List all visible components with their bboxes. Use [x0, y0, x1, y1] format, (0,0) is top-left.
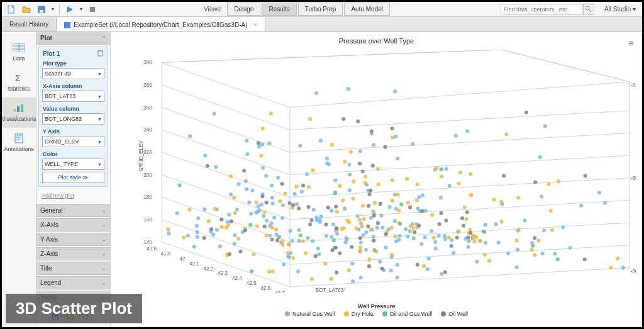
svg-point-150 — [314, 91, 318, 95]
nav-annotations[interactable]: Annotations — [2, 128, 36, 158]
section-legend[interactable]: Legend⌄ — [36, 276, 110, 289]
tab-exampleset[interactable]: ExampleSet (//Local Repository/Chart_Exa… — [57, 17, 265, 31]
svg-point-149 — [423, 235, 427, 239]
section-zaxis[interactable]: Z-Axis⌄ — [36, 247, 110, 260]
open-folder-icon[interactable] — [19, 3, 33, 16]
search-input[interactable] — [501, 4, 582, 15]
svg-line-37 — [162, 152, 290, 197]
plot-type-select[interactable]: Scatter 3D▼ — [42, 68, 104, 79]
svg-point-459 — [443, 270, 447, 274]
svg-point-189 — [343, 207, 347, 211]
value-select[interactable]: BOT_LONG83▼ — [42, 113, 104, 125]
svg-point-256 — [393, 219, 397, 223]
svg-point-254 — [347, 87, 350, 91]
legend-item[interactable]: Natural Gas Well — [285, 311, 335, 317]
stop-icon[interactable] — [86, 3, 99, 16]
svg-point-117 — [406, 235, 409, 238]
svg-point-86 — [235, 208, 239, 211]
svg-point-488 — [265, 201, 269, 204]
view-tab-results[interactable]: Results — [262, 3, 296, 16]
svg-point-494 — [366, 225, 370, 228]
run-dropdown-icon[interactable]: ▼ — [78, 7, 84, 11]
svg-point-444 — [420, 209, 424, 213]
save-icon[interactable] — [35, 3, 48, 16]
legend-item[interactable]: Oil Well — [441, 311, 468, 317]
studio-dropdown[interactable]: All Studio ▾ — [601, 4, 640, 14]
tab-result-history[interactable]: Result History — [2, 17, 57, 31]
svg-point-283 — [422, 264, 426, 268]
svg-point-340 — [373, 201, 377, 204]
svg-point-306 — [463, 206, 467, 209]
close-icon[interactable]: × — [253, 21, 257, 28]
section-title[interactable]: Title⌄ — [36, 262, 110, 275]
svg-point-107 — [267, 142, 271, 145]
svg-point-400 — [492, 198, 496, 202]
svg-point-119 — [229, 192, 233, 196]
svg-point-429 — [466, 235, 470, 239]
svg-point-121 — [379, 214, 383, 218]
top-toolbar: ▼ ▼ Views: Design Results Turbo Prep Aut… — [2, 2, 642, 17]
svg-point-328 — [530, 248, 534, 252]
nav-statistics[interactable]: Σ Statistics — [2, 67, 36, 98]
svg-point-462 — [356, 120, 360, 123]
expand-icon: ⌄ — [102, 237, 106, 242]
view-tab-automodel[interactable]: Auto Model — [344, 3, 390, 16]
add-plot-link[interactable]: Add new plot — [36, 189, 110, 203]
xaxis-select[interactable]: BOT_LAT83▼ — [42, 91, 104, 102]
yaxis-label: Y Axis — [40, 126, 106, 135]
svg-point-279 — [291, 256, 295, 260]
svg-point-100 — [260, 143, 264, 147]
svg-point-184 — [296, 269, 300, 273]
plot-style-button[interactable]: Plot style ≫ — [42, 172, 104, 183]
delete-plot-icon[interactable] — [97, 50, 104, 57]
view-tab-turboprep[interactable]: Turbo Prep — [298, 3, 343, 16]
svg-point-443 — [391, 126, 394, 130]
svg-point-450 — [383, 145, 387, 149]
nav-visualizations[interactable]: Visualizations — [2, 98, 36, 128]
save-dropdown-icon[interactable]: ▼ — [50, 7, 56, 11]
svg-point-248 — [424, 209, 428, 213]
svg-point-378 — [405, 177, 409, 181]
svg-point-277 — [557, 179, 560, 183]
dataset-icon — [64, 22, 70, 28]
nav-data[interactable]: Data — [2, 37, 36, 67]
svg-text:240: 240 — [143, 127, 152, 133]
svg-point-252 — [621, 266, 625, 270]
search-icon[interactable] — [583, 4, 594, 15]
section-general[interactable]: General⌄ — [36, 204, 110, 217]
svg-point-467 — [370, 130, 374, 133]
svg-text:42: 42 — [179, 256, 186, 262]
legend-item[interactable]: Oil and Gas Well — [382, 311, 432, 317]
legend-label: Oil and Gas Well — [390, 311, 432, 317]
chart-area: Pressure over Well Type ≡ — [111, 32, 642, 327]
svg-point-233 — [396, 157, 399, 160]
value-label: Value column — [40, 104, 106, 113]
plot-header[interactable]: Plot⌃ — [36, 32, 110, 45]
svg-point-320 — [364, 175, 367, 179]
run-icon[interactable] — [63, 3, 77, 16]
svg-point-214 — [317, 252, 321, 256]
svg-point-427 — [306, 205, 310, 209]
section-xaxis[interactable]: X-Axis⌄ — [36, 218, 110, 231]
yaxis-select[interactable]: GRND_ELEV▼ — [42, 136, 104, 147]
chevron-down-icon: ▼ — [97, 72, 102, 76]
section-yaxis[interactable]: Y-Axis⌄ — [36, 233, 110, 246]
svg-point-342 — [360, 225, 364, 228]
legend-item[interactable]: Dry Hole — [344, 311, 374, 317]
new-file-icon[interactable] — [4, 3, 18, 16]
chart-menu-icon[interactable]: ≡ — [628, 38, 633, 48]
svg-point-168 — [167, 231, 170, 235]
svg-point-234 — [188, 135, 192, 138]
svg-point-230 — [186, 234, 190, 238]
svg-point-432 — [275, 238, 279, 242]
collapse-icon[interactable]: ⌃ — [102, 35, 106, 41]
svg-rect-14 — [15, 134, 23, 143]
svg-point-148 — [396, 263, 399, 267]
scatter3d-chart[interactable]: 140160180200220240260280300 GRND_ELEV 41… — [123, 50, 636, 293]
svg-point-453 — [338, 251, 341, 255]
color-select[interactable]: WELL_TYPE▼ — [42, 159, 104, 170]
svg-point-297 — [349, 150, 353, 153]
svg-point-461 — [416, 263, 419, 267]
svg-point-291 — [456, 230, 460, 234]
view-tab-design[interactable]: Design — [227, 3, 260, 16]
